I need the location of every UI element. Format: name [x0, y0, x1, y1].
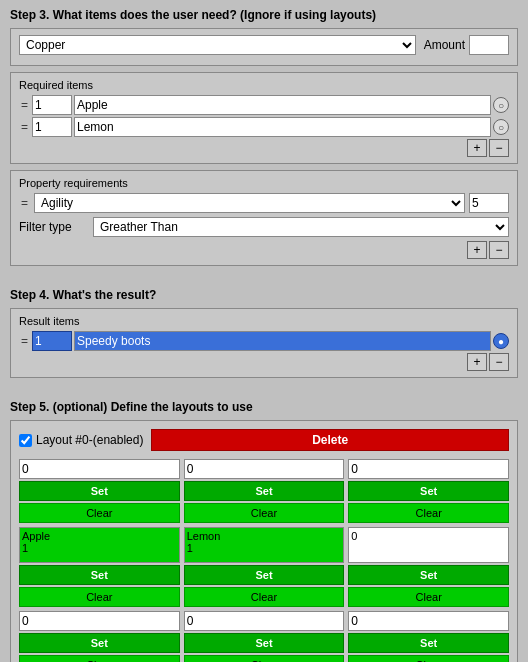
result-items-label: Result items — [19, 315, 509, 327]
required-items-controls: + − — [19, 139, 509, 157]
property-requirements-group: Property requirements = Agility Strength… — [10, 170, 518, 266]
cell-0-0: Set Clear — [19, 459, 180, 523]
step3-section: Step 3. What items does the user need? (… — [0, 0, 528, 280]
cell-set-2-0[interactable]: Set — [19, 633, 180, 653]
cell-clear-0-1[interactable]: Clear — [184, 503, 345, 523]
delete-layout-btn[interactable]: Delete — [151, 429, 509, 451]
property-controls: + − — [19, 241, 509, 259]
required-items-add[interactable]: + — [467, 139, 487, 157]
cell-input-2-1[interactable] — [184, 611, 345, 631]
property-value[interactable] — [469, 193, 509, 213]
cell-clear-2-2[interactable]: Clear — [348, 655, 509, 662]
layout-checkbox[interactable] — [19, 434, 32, 447]
cell-2-0: Set Clear — [19, 611, 180, 662]
result-eq-sign-0: = — [19, 334, 30, 348]
item-circle-0[interactable]: ○ — [493, 97, 509, 113]
cell-clear-2-1[interactable]: Clear — [184, 655, 345, 662]
cell-clear-1-1[interactable]: Clear — [184, 587, 345, 607]
layout-header: Layout #0-(enabled) Delete — [19, 429, 509, 451]
layout-label-text: Layout #0-(enabled) — [36, 433, 143, 447]
step4-section: Step 4. What's the result? Result items … — [0, 280, 528, 392]
cell-set-0-2[interactable]: Set — [348, 481, 509, 501]
item-num-0[interactable] — [32, 95, 72, 115]
required-item-row-0: = ○ — [19, 95, 509, 115]
prop-eq-sign: = — [19, 196, 30, 210]
cell-1-2: 0 Set Clear — [348, 527, 509, 607]
required-item-row-1: = ○ — [19, 117, 509, 137]
required-items-remove[interactable]: − — [489, 139, 509, 157]
cell-0-2: Set Clear — [348, 459, 509, 523]
result-items-add[interactable]: + — [467, 353, 487, 371]
apple-value: 1 — [22, 542, 177, 554]
cell-set-2-1[interactable]: Set — [184, 633, 345, 653]
required-items-group: Required items = ○ = ○ + − — [10, 72, 518, 164]
eq-sign-1: = — [19, 120, 30, 134]
step3-top-row: Copper Amount 5 — [19, 35, 509, 55]
item-type-dropdown[interactable]: Copper — [19, 35, 416, 55]
filter-type-dropdown[interactable]: Greather Than Less Than Equal To — [93, 217, 509, 237]
result-items-remove[interactable]: − — [489, 353, 509, 371]
cell-lemon-display: Lemon 1 — [184, 527, 345, 563]
cell-clear-1-2[interactable]: Clear — [348, 587, 509, 607]
result-item-row-0: = ● — [19, 331, 509, 351]
cell-clear-0-0[interactable]: Clear — [19, 503, 180, 523]
cell-set-0-1[interactable]: Set — [184, 481, 345, 501]
result-items-controls: + − — [19, 353, 509, 371]
required-items-label: Required items — [19, 79, 509, 91]
amount-label: Amount — [424, 38, 465, 52]
cell-2-1: Set Clear — [184, 611, 345, 662]
result-items-group: Result items = ● + − — [10, 308, 518, 378]
cell-0-1: Set Clear — [184, 459, 345, 523]
amount-input[interactable]: 5 — [469, 35, 509, 55]
cell-2-2: Set Clear — [348, 611, 509, 662]
cell-set-0-0[interactable]: Set — [19, 481, 180, 501]
layout-checkbox-label[interactable]: Layout #0-(enabled) — [19, 433, 143, 447]
cell-input-0-2[interactable] — [348, 459, 509, 479]
property-requirements-label: Property requirements — [19, 177, 509, 189]
cell-set-1-2[interactable]: Set — [348, 565, 509, 585]
cell-clear-1-0[interactable]: Clear — [19, 587, 180, 607]
step4-title: Step 4. What's the result? — [10, 288, 518, 302]
filter-type-label: Filter type — [19, 220, 89, 234]
cell-input-2-2[interactable] — [348, 611, 509, 631]
cell-input-2-0[interactable] — [19, 611, 180, 631]
result-item-num-0[interactable] — [32, 331, 72, 351]
layout-container: Layout #0-(enabled) Delete Set Clear Set… — [10, 420, 518, 662]
step3-top-group: Copper Amount 5 — [10, 28, 518, 66]
result-item-circle-0[interactable]: ● — [493, 333, 509, 349]
cell-input-0-0[interactable] — [19, 459, 180, 479]
cell-set-2-2[interactable]: Set — [348, 633, 509, 653]
step5-title: Step 5. (optional) Define the layouts to… — [10, 400, 518, 414]
property-remove[interactable]: − — [489, 241, 509, 259]
result-item-name-0[interactable] — [74, 331, 491, 351]
step3-title: Step 3. What items does the user need? (… — [10, 8, 518, 22]
lemon-value: 1 — [187, 542, 342, 554]
item-name-0[interactable] — [74, 95, 491, 115]
cell-input-0-1[interactable] — [184, 459, 345, 479]
item-num-1[interactable] — [32, 117, 72, 137]
item-name-1[interactable] — [74, 117, 491, 137]
property-row: = Agility Strength Speed — [19, 193, 509, 213]
cell-1-0: Apple 1 Set Clear — [19, 527, 180, 607]
cell-set-1-1[interactable]: Set — [184, 565, 345, 585]
filter-type-row: Filter type Greather Than Less Than Equa… — [19, 217, 509, 237]
apple-label: Apple — [22, 530, 177, 542]
cell-set-1-0[interactable]: Set — [19, 565, 180, 585]
cell-1-1: Lemon 1 Set Clear — [184, 527, 345, 607]
cell-empty-display: 0 — [348, 527, 509, 563]
item-circle-1[interactable]: ○ — [493, 119, 509, 135]
grid-row-1: Apple 1 Set Clear Lemon 1 Set Clear 0 Se… — [19, 527, 509, 607]
grid-row-0: Set Clear Set Clear Set Clear — [19, 459, 509, 523]
eq-sign-0: = — [19, 98, 30, 112]
grid-row-2: Set Clear Set Clear Set Clear — [19, 611, 509, 662]
property-dropdown[interactable]: Agility Strength Speed — [34, 193, 465, 213]
cell-clear-0-2[interactable]: Clear — [348, 503, 509, 523]
step5-section: Step 5. (optional) Define the layouts to… — [0, 392, 528, 662]
lemon-label: Lemon — [187, 530, 342, 542]
cell-clear-2-0[interactable]: Clear — [19, 655, 180, 662]
property-add[interactable]: + — [467, 241, 487, 259]
cell-apple-display: Apple 1 — [19, 527, 180, 563]
